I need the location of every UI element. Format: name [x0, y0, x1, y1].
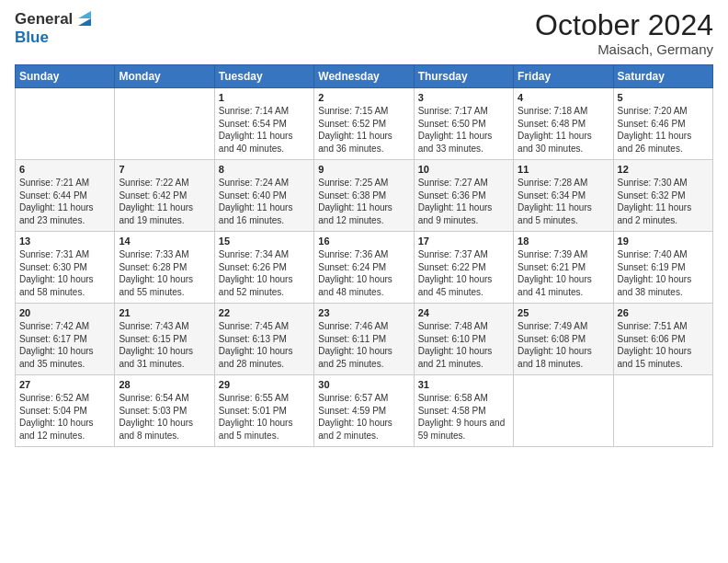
cell-day-number: 15 [219, 236, 310, 247]
calendar-cell [613, 375, 712, 447]
cell-day-number: 13 [19, 236, 110, 247]
cell-info: Sunrise: 7:43 AMSunset: 6:15 PMDaylight:… [119, 320, 210, 370]
calendar-cell: 15Sunrise: 7:34 AMSunset: 6:26 PMDayligh… [214, 232, 313, 304]
cell-info: Sunrise: 7:34 AMSunset: 6:26 PMDaylight:… [219, 248, 310, 298]
cell-info: Sunrise: 6:55 AMSunset: 5:01 PMDaylight:… [219, 392, 310, 442]
calendar-cell: 6Sunrise: 7:21 AMSunset: 6:44 PMDaylight… [16, 160, 115, 232]
calendar-cell: 25Sunrise: 7:49 AMSunset: 6:08 PMDayligh… [514, 304, 613, 375]
calendar-week-row: 6Sunrise: 7:21 AMSunset: 6:44 PMDaylight… [16, 160, 713, 232]
cell-day-number: 19 [618, 236, 709, 247]
cell-day-number: 10 [418, 164, 509, 175]
calendar-cell: 12Sunrise: 7:30 AMSunset: 6:32 PMDayligh… [613, 160, 712, 232]
day-header-tuesday: Tuesday [214, 65, 313, 88]
calendar-cell: 22Sunrise: 7:45 AMSunset: 6:13 PMDayligh… [214, 304, 313, 375]
cell-info: Sunrise: 7:14 AMSunset: 6:54 PMDaylight:… [219, 105, 310, 155]
cell-day-number: 4 [518, 92, 609, 103]
cell-day-number: 17 [418, 236, 509, 247]
day-header-thursday: Thursday [414, 65, 513, 88]
day-header-saturday: Saturday [613, 65, 712, 88]
calendar-cell: 9Sunrise: 7:25 AMSunset: 6:38 PMDaylight… [314, 160, 414, 232]
svg-marker-1 [78, 11, 91, 18]
calendar-week-row: 20Sunrise: 7:42 AMSunset: 6:17 PMDayligh… [16, 304, 713, 375]
calendar-week-row: 27Sunrise: 6:52 AMSunset: 5:04 PMDayligh… [16, 375, 713, 447]
cell-info: Sunrise: 7:46 AMSunset: 6:11 PMDaylight:… [318, 320, 409, 370]
calendar-cell: 20Sunrise: 7:42 AMSunset: 6:17 PMDayligh… [16, 304, 115, 375]
cell-day-number: 7 [119, 164, 210, 175]
cell-day-number: 30 [318, 379, 409, 390]
day-header-sunday: Sunday [16, 65, 115, 88]
cell-info: Sunrise: 7:28 AMSunset: 6:34 PMDaylight:… [518, 177, 609, 226]
logo-blue-text: Blue [15, 29, 49, 46]
cell-day-number: 9 [318, 164, 409, 175]
calendar-cell: 29Sunrise: 6:55 AMSunset: 5:01 PMDayligh… [214, 375, 313, 447]
logo-general-text: General [15, 11, 73, 29]
cell-info: Sunrise: 7:30 AMSunset: 6:32 PMDaylight:… [618, 177, 709, 226]
logo: General Blue [15, 9, 95, 47]
logo-icon [74, 9, 95, 29]
cell-day-number: 24 [418, 307, 509, 318]
calendar-cell: 28Sunrise: 6:54 AMSunset: 5:03 PMDayligh… [115, 375, 214, 447]
cell-day-number: 6 [19, 164, 110, 175]
cell-info: Sunrise: 7:45 AMSunset: 6:13 PMDaylight:… [219, 320, 310, 370]
calendar-cell [115, 88, 214, 160]
calendar-cell: 4Sunrise: 7:18 AMSunset: 6:48 PMDaylight… [514, 88, 613, 160]
calendar-cell: 26Sunrise: 7:51 AMSunset: 6:06 PMDayligh… [613, 304, 712, 375]
calendar-cell: 10Sunrise: 7:27 AMSunset: 6:36 PMDayligh… [414, 160, 513, 232]
cell-info: Sunrise: 7:22 AMSunset: 6:42 PMDaylight:… [119, 177, 210, 226]
calendar-cell: 30Sunrise: 6:57 AMSunset: 4:59 PMDayligh… [314, 375, 414, 447]
calendar-title: October 2024 [535, 9, 713, 41]
calendar-cell: 18Sunrise: 7:39 AMSunset: 6:21 PMDayligh… [514, 232, 613, 304]
cell-info: Sunrise: 7:17 AMSunset: 6:50 PMDaylight:… [418, 105, 509, 155]
cell-info: Sunrise: 7:18 AMSunset: 6:48 PMDaylight:… [518, 105, 609, 155]
cell-info: Sunrise: 7:37 AMSunset: 6:22 PMDaylight:… [418, 248, 509, 298]
cell-info: Sunrise: 7:48 AMSunset: 6:10 PMDaylight:… [418, 320, 509, 370]
cell-day-number: 26 [618, 307, 709, 318]
calendar-cell: 2Sunrise: 7:15 AMSunset: 6:52 PMDaylight… [314, 88, 414, 160]
calendar-cell: 7Sunrise: 7:22 AMSunset: 6:42 PMDaylight… [115, 160, 214, 232]
calendar-cell: 17Sunrise: 7:37 AMSunset: 6:22 PMDayligh… [414, 232, 513, 304]
cell-day-number: 8 [219, 164, 310, 175]
cell-info: Sunrise: 6:52 AMSunset: 5:04 PMDaylight:… [19, 392, 110, 442]
calendar-cell: 23Sunrise: 7:46 AMSunset: 6:11 PMDayligh… [314, 304, 414, 375]
cell-day-number: 16 [318, 236, 409, 247]
cell-info: Sunrise: 7:36 AMSunset: 6:24 PMDaylight:… [318, 248, 409, 298]
cell-info: Sunrise: 7:42 AMSunset: 6:17 PMDaylight:… [19, 320, 110, 370]
cell-info: Sunrise: 7:21 AMSunset: 6:44 PMDaylight:… [19, 177, 110, 226]
cell-info: Sunrise: 7:40 AMSunset: 6:19 PMDaylight:… [618, 248, 709, 298]
cell-day-number: 2 [318, 92, 409, 103]
cell-info: Sunrise: 6:57 AMSunset: 4:59 PMDaylight:… [318, 392, 409, 442]
calendar-cell [514, 375, 613, 447]
calendar-cell: 27Sunrise: 6:52 AMSunset: 5:04 PMDayligh… [16, 375, 115, 447]
calendar-cell: 5Sunrise: 7:20 AMSunset: 6:46 PMDaylight… [613, 88, 712, 160]
cell-info: Sunrise: 7:27 AMSunset: 6:36 PMDaylight:… [418, 177, 509, 226]
day-header-monday: Monday [115, 65, 214, 88]
cell-info: Sunrise: 7:20 AMSunset: 6:46 PMDaylight:… [618, 105, 709, 155]
cell-day-number: 22 [219, 307, 310, 318]
day-header-friday: Friday [514, 65, 613, 88]
cell-info: Sunrise: 7:33 AMSunset: 6:28 PMDaylight:… [119, 248, 210, 298]
cell-day-number: 11 [518, 164, 609, 175]
calendar-week-row: 1Sunrise: 7:14 AMSunset: 6:54 PMDaylight… [16, 88, 713, 160]
calendar-cell: 1Sunrise: 7:14 AMSunset: 6:54 PMDaylight… [214, 88, 313, 160]
cell-day-number: 31 [418, 379, 509, 390]
header: General Blue October 2024 Maisach, Germa… [15, 9, 713, 57]
cell-day-number: 14 [119, 236, 210, 247]
calendar-cell: 31Sunrise: 6:58 AMSunset: 4:58 PMDayligh… [414, 375, 513, 447]
cell-day-number: 27 [19, 379, 110, 390]
cell-day-number: 28 [119, 379, 210, 390]
calendar-cell: 16Sunrise: 7:36 AMSunset: 6:24 PMDayligh… [314, 232, 414, 304]
cell-info: Sunrise: 7:39 AMSunset: 6:21 PMDaylight:… [518, 248, 609, 298]
calendar-cell: 14Sunrise: 7:33 AMSunset: 6:28 PMDayligh… [115, 232, 214, 304]
calendar-location: Maisach, Germany [535, 41, 713, 57]
cell-day-number: 1 [219, 92, 310, 103]
cell-day-number: 12 [618, 164, 709, 175]
calendar-table: SundayMondayTuesdayWednesdayThursdayFrid… [15, 64, 713, 447]
calendar-cell [16, 88, 115, 160]
calendar-page: General Blue October 2024 Maisach, Germa… [0, 0, 728, 563]
calendar-cell: 3Sunrise: 7:17 AMSunset: 6:50 PMDaylight… [414, 88, 513, 160]
cell-info: Sunrise: 7:24 AMSunset: 6:40 PMDaylight:… [219, 177, 310, 226]
calendar-week-row: 13Sunrise: 7:31 AMSunset: 6:30 PMDayligh… [16, 232, 713, 304]
cell-day-number: 20 [19, 307, 110, 318]
cell-day-number: 25 [518, 307, 609, 318]
cell-day-number: 18 [518, 236, 609, 247]
